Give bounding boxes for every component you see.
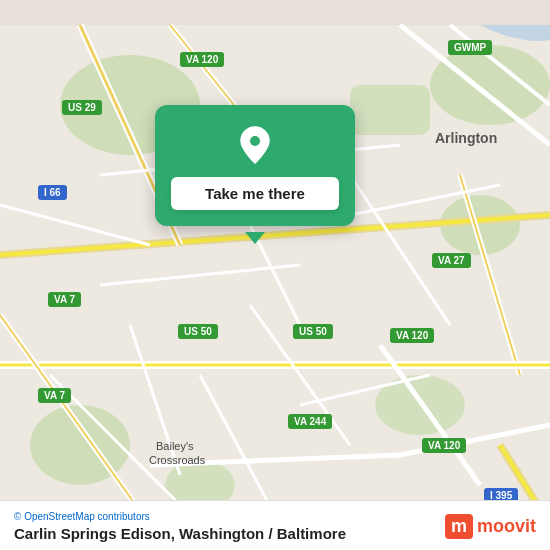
label-arlington: Arlington (435, 130, 497, 146)
map-container: US 29 I 66 I 66 VA 120 VA 7 VA 7 US 50 U… (0, 0, 550, 550)
badge-us50-left: US 50 (178, 324, 218, 339)
badge-i66-left: I 66 (38, 185, 67, 200)
badge-us29: US 29 (62, 100, 102, 115)
bottom-left: © OpenStreetMap contributors Carlin Spri… (14, 511, 346, 542)
svg-rect-5 (350, 85, 430, 135)
attribution-text: © (14, 511, 24, 522)
popup-card: Take me there (155, 105, 355, 226)
bottom-bar: © OpenStreetMap contributors Carlin Spri… (0, 500, 550, 550)
badge-va244: VA 244 (288, 414, 332, 429)
map-pin-icon (233, 123, 277, 167)
badge-va120-top: VA 120 (180, 52, 224, 67)
label-baileys: Bailey's (156, 440, 194, 452)
svg-point-39 (250, 136, 260, 146)
badge-va27: VA 27 (432, 253, 471, 268)
moovit-letter: m (445, 514, 473, 539)
label-crossroads: Crossroads (149, 454, 205, 466)
badge-gwmp: GWMP (448, 40, 492, 55)
moovit-logo[interactable]: m moovit (445, 514, 536, 539)
moovit-wordmark: moovit (477, 516, 536, 537)
badge-us50-mid: US 50 (293, 324, 333, 339)
badge-va7-bl: VA 7 (38, 388, 71, 403)
location-name: Carlin Springs Edison, Washington / Balt… (14, 525, 346, 542)
badge-va7-left: VA 7 (48, 292, 81, 307)
badge-va120-right: VA 120 (390, 328, 434, 343)
contributors-text: contributors (95, 511, 150, 522)
take-me-there-button[interactable]: Take me there (171, 177, 339, 210)
badge-va120-br: VA 120 (422, 438, 466, 453)
openstreetmap-link[interactable]: OpenStreetMap (24, 511, 95, 522)
attribution: © OpenStreetMap contributors (14, 511, 346, 522)
